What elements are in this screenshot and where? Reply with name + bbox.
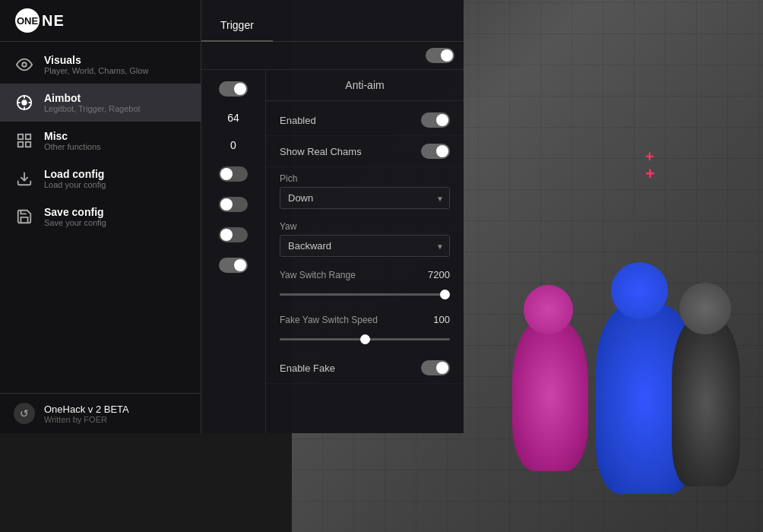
setting-enable-fake: Enable Fake: [266, 353, 464, 384]
left-toggle-4[interactable]: [219, 227, 248, 242]
yaw-label: Yaw: [280, 221, 450, 232]
master-toggle[interactable]: [426, 48, 454, 63]
ui-overlay: ONE NE Visuals Player, World, Chams, Glo…: [0, 0, 464, 433]
sidebar-bottom: ↺ OneHack v 2 BETA Written by FOER: [0, 393, 201, 433]
bottom-sub: Written by FOER: [44, 415, 129, 424]
save-config-subtitle: Save your config: [44, 218, 106, 227]
sidebar-item-load-config[interactable]: Load config Load your config: [0, 160, 201, 198]
svg-rect-9: [18, 142, 23, 147]
tab-bar: Trigger: [201, 0, 464, 42]
yaw-switch-range-value: 7200: [428, 269, 450, 280]
left-value-64: 64: [227, 112, 239, 124]
refresh-icon: ↺: [14, 403, 35, 424]
character-dark: [672, 319, 740, 486]
svg-point-0: [22, 62, 27, 67]
sidebar: ONE NE Visuals Player, World, Chams, Glo…: [0, 0, 201, 433]
logo-text: NE: [42, 12, 65, 30]
enable-fake-label: Enable Fake: [280, 363, 335, 374]
bottom-title: OneHack v 2 BETA: [44, 404, 129, 415]
show-real-chams-toggle[interactable]: [421, 144, 450, 159]
pich-label: Pich: [280, 173, 450, 184]
left-panel: 64 0: [201, 70, 266, 433]
character-pink: [512, 319, 588, 471]
pich-row: Pich Down Up Zero Jitter ▼: [266, 167, 464, 215]
load-config-title: Load config: [44, 168, 106, 180]
pich-dropdown[interactable]: Down Up Zero Jitter: [280, 187, 450, 209]
grid-icon: [14, 130, 35, 151]
fake-yaw-switch-speed-label: Fake Yaw Switch Speed: [280, 315, 378, 325]
sidebar-item-misc[interactable]: Misc Other functions: [0, 122, 201, 160]
enabled-toggle[interactable]: [421, 112, 450, 128]
download-icon: [14, 168, 35, 189]
sidebar-item-save-config[interactable]: Save config Save your config: [0, 198, 201, 236]
fake-yaw-switch-speed-value: 100: [433, 314, 450, 325]
settings-list: Enabled Show Real Chams: [266, 101, 464, 388]
yaw-switch-range-row: Yaw Switch Range 7200: [266, 263, 464, 308]
setting-enabled: Enabled: [266, 105, 464, 136]
save-icon: [14, 206, 35, 227]
setting-show-real-chams: Show Real Chams: [266, 136, 464, 167]
crosshair-icon: +: [645, 148, 660, 163]
show-real-chams-label: Show Real Chams: [280, 146, 362, 157]
yaw-switch-range-label: Yaw Switch Range: [280, 270, 356, 280]
yaw-row: Yaw Backward Forward Left Right Spin ▼: [266, 215, 464, 263]
misc-title: Misc: [44, 130, 101, 142]
svg-rect-10: [26, 142, 30, 147]
left-toggle-2[interactable]: [219, 166, 248, 182]
left-toggle-3[interactable]: [219, 197, 248, 212]
visuals-subtitle: Player, World, Chams, Glow: [44, 66, 148, 75]
sidebar-logo: ONE NE: [0, 0, 201, 42]
content-area: 64 0: [201, 70, 464, 433]
misc-subtitle: Other functions: [44, 142, 101, 151]
nav-items: Visuals Player, World, Chams, Glow: [0, 42, 201, 393]
enabled-label: Enabled: [280, 115, 316, 126]
eye-icon: [14, 54, 35, 75]
top-toggle-row: [201, 42, 464, 70]
enable-fake-toggle[interactable]: [421, 360, 450, 375]
fake-yaw-switch-speed-row: Fake Yaw Switch Speed 100: [266, 308, 464, 353]
aimbot-title: Aimbot: [44, 92, 141, 104]
crosshair-nav-icon: [14, 92, 35, 113]
left-toggle-1[interactable]: [219, 81, 248, 97]
svg-rect-8: [26, 135, 30, 139]
right-panel: Anti-aim Enabled Show Real Chams: [266, 70, 464, 433]
yaw-dropdown[interactable]: Backward Forward Left Right Spin: [280, 235, 450, 257]
svg-point-6: [22, 100, 27, 105]
load-config-subtitle: Load your config: [44, 180, 106, 189]
main-content: Trigger: [201, 0, 464, 433]
sidebar-item-visuals[interactable]: Visuals Player, World, Chams, Glow: [0, 46, 201, 84]
save-config-title: Save config: [44, 206, 106, 218]
logo-circle: ONE: [15, 8, 40, 33]
sidebar-item-aimbot[interactable]: Aimbot Legitbot, Trigger, Ragebot: [0, 84, 201, 122]
fake-yaw-switch-speed-slider[interactable]: [280, 338, 450, 340]
tab-trigger[interactable]: Trigger: [201, 10, 273, 42]
left-value-0: 0: [230, 139, 236, 151]
svg-rect-7: [18, 135, 23, 139]
left-toggle-5[interactable]: [219, 258, 248, 273]
aimbot-subtitle: Legitbot, Trigger, Ragebot: [44, 104, 141, 113]
visuals-title: Visuals: [44, 54, 148, 66]
yaw-switch-range-slider[interactable]: [280, 293, 450, 296]
anti-aim-title: Anti-aim: [266, 70, 464, 101]
